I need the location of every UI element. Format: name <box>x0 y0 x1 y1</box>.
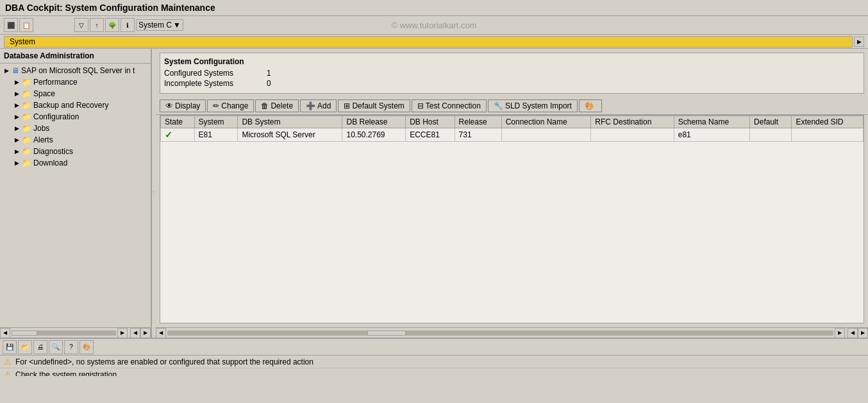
folder-icon-configuration: 📁 <box>22 112 31 121</box>
tree-container[interactable]: ▶🖥SAP on Microsoft SQL Server in t▶📁Perf… <box>0 64 151 327</box>
folder-icon-space: 📁 <box>22 89 31 98</box>
color-wheel-button[interactable]: 🎨 <box>579 99 602 112</box>
h-scroll-track[interactable] <box>167 330 833 336</box>
delete-button[interactable]: 🗑Delete <box>255 99 299 112</box>
tree-item-sap-system[interactable]: ▶🖥SAP on Microsoft SQL Server in t <box>0 65 151 76</box>
status-btn-find[interactable]: 🔍 <box>49 340 63 354</box>
col-header-connection-name[interactable]: Connection Name <box>501 116 591 128</box>
scroll-left-btn[interactable]: ◀ <box>0 328 10 338</box>
title-bar: DBA Cockpit: System Configuration Mainte… <box>0 0 868 16</box>
system-expand[interactable]: ▶ <box>854 37 864 47</box>
tree-item-label-jobs: Jobs <box>33 124 49 133</box>
bottom-scroll-area: ◀ ▶ ◀ ▶ <box>156 327 868 338</box>
test-connection-button[interactable]: ⊟Test Connection <box>412 99 487 112</box>
tree-item-download[interactable]: ▶📁Download <box>0 157 151 169</box>
col-header-state[interactable]: State <box>161 116 195 128</box>
cell-system: E81 <box>194 128 238 142</box>
table-row[interactable]: ✓E81Microsoft SQL Server10.50.2769ECCE81… <box>161 128 864 142</box>
tree-item-label-backup-recovery: Backup and Recovery <box>33 101 108 110</box>
display-icon: 👁 <box>165 101 173 110</box>
h-scroll-down[interactable]: ▶ <box>858 328 868 338</box>
tree-item-jobs[interactable]: ▶📁Jobs <box>0 123 151 134</box>
expand-icon-download[interactable]: ▶ <box>13 159 21 167</box>
folder-icon-diagnostics: 📁 <box>22 147 31 156</box>
status-btn-open[interactable]: 📂 <box>18 340 32 354</box>
tree-item-diagnostics[interactable]: ▶📁Diagnostics <box>0 146 151 157</box>
display-button[interactable]: 👁Display <box>160 99 206 112</box>
col-header-db-host[interactable]: DB Host <box>406 116 455 128</box>
expand-icon-jobs[interactable]: ▶ <box>13 124 21 132</box>
left-scrollbar: ◀ ▶ ◀ ▶ <box>0 327 151 338</box>
cell-db-host: ECCE81 <box>406 128 455 142</box>
tree-item-backup-recovery[interactable]: ▶📁Backup and Recovery <box>0 99 151 111</box>
toolbar-btn-1[interactable]: ⬛ <box>4 18 18 32</box>
toolbar-btn-info[interactable]: ℹ <box>121 18 135 32</box>
status-btn-help[interactable]: ? <box>64 340 78 354</box>
change-button[interactable]: ✏Change <box>207 99 254 112</box>
system-selector[interactable]: System C ▼ <box>136 19 183 31</box>
tree-item-space[interactable]: ▶📁Space <box>0 88 151 99</box>
tree-item-performance[interactable]: ▶📁Performance <box>0 76 151 88</box>
add-label: Add <box>317 101 331 110</box>
status-messages: ⚠For <undefined>, no systems are enabled… <box>0 356 868 376</box>
expand-icon-backup-recovery[interactable]: ▶ <box>13 101 21 109</box>
configured-systems-label: Configured Systems <box>164 69 267 78</box>
col-header-rfc-destination[interactable]: RFC Destination <box>591 116 674 128</box>
table-header-row: StateSystemDB SystemDB ReleaseDB HostRel… <box>161 116 864 128</box>
col-header-schema-name[interactable]: Schema Name <box>674 116 749 128</box>
tree-item-label-diagnostics: Diagnostics <box>33 147 73 156</box>
expand-icon-sap-system[interactable]: ▶ <box>3 67 10 74</box>
data-table: StateSystemDB SystemDB ReleaseDB HostRel… <box>160 116 864 142</box>
folder-icon-alerts: 📁 <box>22 135 31 144</box>
h-scroll-up[interactable]: ◀ <box>847 328 858 338</box>
col-header-extended-sid[interactable]: Extended SID <box>792 116 864 128</box>
status-btn-save[interactable]: 💾 <box>3 340 17 354</box>
scroll-right-btn[interactable]: ▶ <box>117 328 128 338</box>
col-header-system[interactable]: System <box>194 116 238 128</box>
toolbar-btn-2[interactable]: 📋 <box>19 18 33 32</box>
expand-icon-space[interactable]: ▶ <box>13 90 21 98</box>
system-selector-label: System C <box>138 21 172 30</box>
status-btn-color[interactable]: 🎨 <box>79 340 94 354</box>
status-message-1: ⚠Check the system registration <box>0 368 868 376</box>
sld-import-icon: 🔧 <box>494 101 503 110</box>
col-header-db-system[interactable]: DB System <box>238 116 342 128</box>
scroll-down-btn[interactable]: ▶ <box>140 328 151 338</box>
delete-label: Delete <box>271 101 293 110</box>
change-label: Change <box>221 101 248 110</box>
col-header-db-release[interactable]: DB Release <box>342 116 406 128</box>
expand-icon-diagnostics[interactable]: ▶ <box>13 148 21 155</box>
warning-icon-0: ⚠ <box>4 357 12 366</box>
db-icon-sap-system: 🖥 <box>12 66 19 75</box>
tree-item-label-configuration: Configuration <box>33 112 79 121</box>
tree-item-configuration[interactable]: ▶📁Configuration <box>0 111 151 123</box>
toolbar-btn-tree[interactable]: 🌳 <box>105 18 119 32</box>
left-scroll-track[interactable] <box>12 330 116 336</box>
left-panel-header: Database Administration <box>0 49 151 64</box>
incomplete-systems-row: Incomplete Systems 0 <box>164 79 860 88</box>
tree-item-alerts[interactable]: ▶📁Alerts <box>0 134 151 146</box>
scroll-up-btn[interactable]: ◀ <box>130 328 140 338</box>
system-label[interactable]: System <box>4 36 853 47</box>
col-header-release[interactable]: Release <box>455 116 501 128</box>
expand-icon-performance[interactable]: ▶ <box>13 78 21 86</box>
expand-icon-alerts[interactable]: ▶ <box>13 136 21 144</box>
main-toolbar: ⬛ 📋 ▽ ↑ 🌳 ℹ System C ▼ © www.tutorialkar… <box>0 16 868 35</box>
add-button[interactable]: ➕Add <box>300 99 337 112</box>
col-header-default[interactable]: Default <box>750 116 792 128</box>
toolbar-btn-up[interactable]: ↑ <box>90 18 104 32</box>
main-layout: Database Administration ▶🖥SAP on Microso… <box>0 49 868 338</box>
sys-config-box: System Configuration Configured Systems … <box>160 53 864 94</box>
expand-icon-configuration[interactable]: ▶ <box>13 113 21 121</box>
left-panel: Database Administration ▶🖥SAP on Microso… <box>0 49 152 338</box>
status-btn-print[interactable]: 🖨 <box>33 340 47 354</box>
right-panel: System Configuration Configured Systems … <box>156 49 868 338</box>
h-scroll-left[interactable]: ◀ <box>156 328 166 338</box>
sld-import-button[interactable]: 🔧SLD System Import <box>488 99 578 112</box>
toolbar-btn-filter[interactable]: ▽ <box>74 18 88 32</box>
h-scroll-right[interactable]: ▶ <box>835 328 845 338</box>
table-area[interactable]: StateSystemDB SystemDB ReleaseDB HostRel… <box>160 115 864 323</box>
test-connection-icon: ⊟ <box>417 101 424 110</box>
sys-config-title: System Configuration <box>164 57 860 66</box>
default-system-button[interactable]: ⊞Default System <box>338 99 410 112</box>
